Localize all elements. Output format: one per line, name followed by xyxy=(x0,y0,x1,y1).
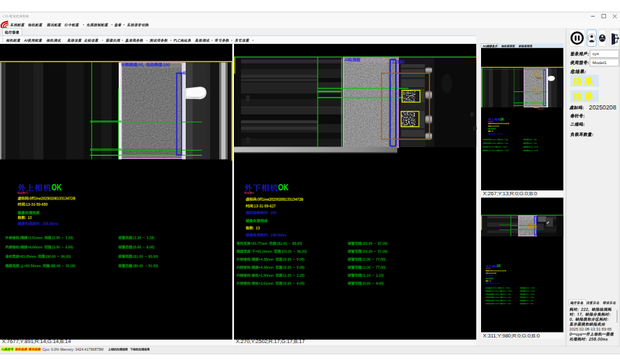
svg-text:OK: OK xyxy=(278,183,288,192)
svg-text:X:270;Y:2502;R:17;G:17;B:17: X:270;Y:2502;R:17;G:17;B:17 xyxy=(236,338,305,344)
svg-text:Model1: Model1 xyxy=(593,60,607,65)
svg-text:2025.02.08-13:31:59:65: 2025.02.08-13:31:59:65 xyxy=(570,327,612,331)
svg-text:Cpu: 0.0% Memory: 3424.4179687: Cpu: 0.0% Memory: 3424.41796875M xyxy=(43,347,104,351)
svg-text:X:7677;Y:891;R:14;G:14;B:14: X:7677;Y:891;R:14;G:14;B:14 xyxy=(2,338,71,344)
svg-text:cys: cys xyxy=(593,51,599,56)
svg-text:OK: OK xyxy=(52,183,62,192)
svg-text:OK: OK xyxy=(497,264,501,268)
svg-text:X:267;Y:13;R:0;G:0;B:0: X:267;Y:13;R:0;G:0;B:0 xyxy=(483,190,538,197)
svg-text:X:311;Y:980;R:0;G:0;B:0: X:311;Y:980;R:0;G:0;B:0 xyxy=(483,333,540,339)
svg-text:OK: OK xyxy=(500,118,504,121)
svg-text:20250208: 20250208 xyxy=(589,104,617,111)
